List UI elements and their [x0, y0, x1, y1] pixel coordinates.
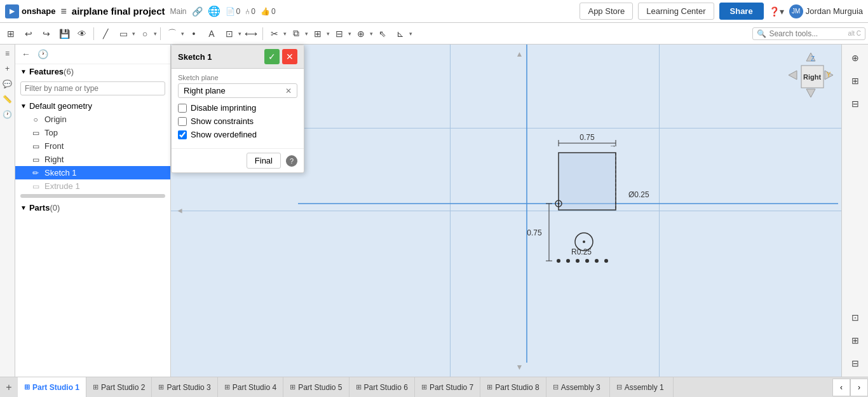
- display-dropdown[interactable]: ⊕ ▾: [353, 25, 373, 42]
- filter-input[interactable]: [20, 81, 165, 95]
- globe-icon[interactable]: 🌐: [208, 5, 220, 17]
- feature-item-top[interactable]: ▭ Top: [15, 126, 170, 139]
- toolbar-display[interactable]: ⊕: [353, 25, 369, 42]
- toolbar-trim[interactable]: ✂: [266, 25, 283, 42]
- toolbar-zoom-in[interactable]: ⊟: [846, 94, 865, 113]
- feature-item-origin[interactable]: ○ Origin: [15, 113, 170, 126]
- toolbar-text[interactable]: A: [203, 25, 220, 42]
- toolbar-redo[interactable]: ↪: [38, 25, 55, 42]
- toolbar-select[interactable]: ⇖: [374, 25, 391, 42]
- final-button[interactable]: Final: [247, 153, 281, 169]
- logo[interactable]: ▶ onshape: [5, 4, 55, 18]
- tab-next-button[interactable]: ›: [850, 379, 868, 396]
- arc-arrow[interactable]: ▾: [181, 31, 184, 37]
- tab-part-studio-2[interactable]: ⊞ Part Studio 2: [86, 377, 152, 398]
- panel-collapse-btn[interactable]: ←: [19, 47, 33, 61]
- share-button[interactable]: Share: [719, 3, 764, 20]
- toolbar-grid[interactable]: ⊞: [3, 25, 19, 42]
- toolbar-arc[interactable]: ⌒: [164, 25, 180, 42]
- rect-dropdown[interactable]: ▭ ▾: [115, 25, 135, 42]
- toolbar-pattern[interactable]: ⊞: [309, 25, 326, 42]
- tab-part-studio-3[interactable]: ⊞ Part Studio 3: [152, 377, 217, 398]
- toolbar-dimension[interactable]: ⟷: [243, 25, 259, 42]
- tab-assembly-3[interactable]: ⊟ Assembly 3: [546, 377, 610, 398]
- toolbar-undo[interactable]: ↩: [20, 25, 37, 42]
- toolbar-line[interactable]: ╱: [97, 25, 114, 42]
- tab-part-studio-6[interactable]: ⊞ Part Studio 6: [349, 377, 415, 398]
- linear-arrow[interactable]: ▾: [348, 31, 351, 37]
- link-icon[interactable]: 🔗: [192, 6, 203, 17]
- scroll-up-btn[interactable]: ▲: [516, 50, 524, 59]
- constraint-arrow[interactable]: ▾: [409, 31, 412, 37]
- sidebar-add-icon[interactable]: +: [1, 62, 14, 75]
- sidebar-history-icon[interactable]: 🕐: [1, 108, 14, 121]
- tab-assembly-1[interactable]: ⊟ Assembly 1: [610, 377, 674, 398]
- toolbar-constraint[interactable]: ⊾: [392, 25, 409, 42]
- search-input[interactable]: [769, 29, 845, 38]
- sketch-cancel-button[interactable]: ✕: [282, 49, 297, 64]
- user-area[interactable]: JM Jordan Murguia: [789, 4, 863, 18]
- tab-part-studio-7[interactable]: ⊞ Part Studio 7: [415, 377, 480, 398]
- default-geometry-header[interactable]: ▼ Default geometry: [15, 99, 170, 113]
- offset-dropdown[interactable]: ⊡ ▾: [221, 25, 241, 42]
- trim-dropdown[interactable]: ✂ ▾: [266, 25, 287, 42]
- toolbar-view-orient[interactable]: ⊕: [846, 48, 865, 67]
- disable-imprinting-checkbox[interactable]: [178, 104, 187, 113]
- scroll-left-btn[interactable]: ◄: [176, 206, 184, 215]
- panel-history-btn[interactable]: 🕐: [36, 47, 50, 61]
- toolbar-fit[interactable]: ⊞: [846, 71, 865, 90]
- constraint-dropdown[interactable]: ⊾ ▾: [392, 25, 412, 42]
- display-arrow[interactable]: ▾: [370, 31, 373, 37]
- scroll-down-btn[interactable]: ▼: [516, 363, 524, 372]
- tab-prev-button[interactable]: ‹: [832, 379, 850, 396]
- tab-part-studio-1[interactable]: ⊞ Part Studio 1: [18, 377, 86, 398]
- toolbar-transform[interactable]: ⧉: [288, 25, 304, 42]
- branch-tag[interactable]: Main: [170, 7, 187, 16]
- transform-dropdown[interactable]: ⧉ ▾: [288, 25, 308, 42]
- toolbar-save[interactable]: 💾: [56, 25, 72, 42]
- help-button[interactable]: ❓▾: [769, 6, 784, 17]
- toolbar-export[interactable]: ⊟: [846, 354, 865, 373]
- toolbar-linear-pattern[interactable]: ⊟: [331, 25, 348, 42]
- toolbar-point[interactable]: •: [186, 25, 202, 42]
- sketch-plane-clear[interactable]: ✕: [285, 87, 292, 95]
- tab-part-studio-8[interactable]: ⊞ Part Studio 8: [480, 377, 546, 398]
- feature-item-sketch1[interactable]: ✏ Sketch 1: [15, 166, 170, 179]
- trim-arrow[interactable]: ▾: [283, 31, 287, 37]
- features-header[interactable]: ▼ Features (6): [15, 64, 170, 79]
- hamburger-menu[interactable]: ≡: [60, 6, 66, 17]
- tab-part-studio-4[interactable]: ⊞ Part Studio 4: [218, 377, 283, 398]
- linear-pattern-dropdown[interactable]: ⊟ ▾: [331, 25, 351, 42]
- help-button-sketch[interactable]: ?: [286, 155, 297, 167]
- toolbar-circle[interactable]: ○: [137, 25, 153, 42]
- appstore-button[interactable]: App Store: [580, 3, 633, 20]
- sidebar-measure-icon[interactable]: 📏: [1, 93, 14, 106]
- search-tools[interactable]: 🔍 alt C: [752, 27, 865, 40]
- toolbar-display-mode[interactable]: ⊡: [846, 308, 865, 327]
- circle-dropdown[interactable]: ○ ▾: [137, 25, 157, 42]
- learning-center-button[interactable]: Learning Center: [638, 3, 714, 20]
- transform-arrow[interactable]: ▾: [305, 31, 308, 37]
- show-constraints-checkbox[interactable]: [178, 117, 187, 126]
- toolbar-view[interactable]: 👁: [74, 25, 90, 42]
- scroll-bar[interactable]: [20, 194, 165, 198]
- circle-arrow[interactable]: ▾: [154, 31, 157, 37]
- feature-item-right[interactable]: ▭ Right: [15, 153, 170, 166]
- sketch-confirm-button[interactable]: ✓: [264, 49, 280, 64]
- toolbar-rect[interactable]: ▭: [115, 25, 132, 42]
- feature-item-front[interactable]: ▭ Front: [15, 139, 170, 153]
- offset-arrow[interactable]: ▾: [238, 31, 241, 37]
- pattern-arrow[interactable]: ▾: [327, 31, 330, 37]
- show-overdefined-checkbox[interactable]: [178, 130, 187, 139]
- parts-header[interactable]: ▼ Parts (0): [15, 200, 170, 215]
- toolbar-settings[interactable]: ⊞: [846, 331, 865, 350]
- toolbar-offset[interactable]: ⊡: [221, 25, 238, 42]
- sidebar-comment-icon[interactable]: 💬: [1, 78, 14, 90]
- arc-dropdown[interactable]: ⌒ ▾: [164, 25, 184, 42]
- tab-part-studio-5[interactable]: ⊞ Part Studio 5: [283, 377, 349, 398]
- add-tab-button[interactable]: +: [0, 377, 18, 398]
- rect-arrow[interactable]: ▾: [132, 31, 135, 37]
- sidebar-features-icon[interactable]: ≡: [1, 47, 14, 60]
- feature-item-extrude1[interactable]: ▭ Extrude 1: [15, 179, 170, 193]
- pattern-dropdown[interactable]: ⊞ ▾: [309, 25, 330, 42]
